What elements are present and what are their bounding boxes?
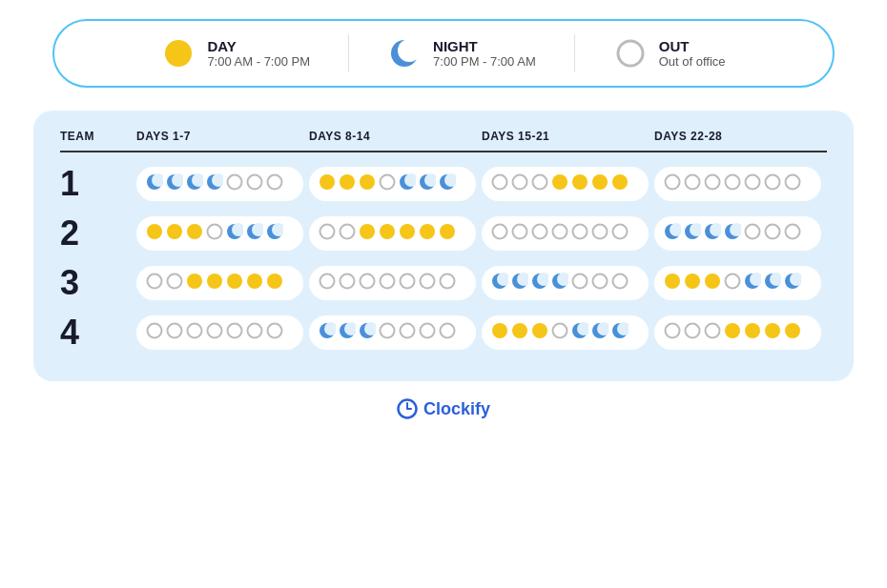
moon-cell-icon xyxy=(531,273,548,290)
legend-night: NIGHT 7:00 PM - 7:00 AM xyxy=(387,36,536,71)
out-cell-icon xyxy=(399,322,416,339)
day-label: DAY xyxy=(207,38,310,54)
svg-point-98 xyxy=(613,274,628,289)
svg-point-51 xyxy=(360,224,375,239)
out-cell-icon xyxy=(664,173,681,191)
day-cell xyxy=(136,216,303,251)
out-cell-icon xyxy=(146,273,163,290)
out-cell-icon xyxy=(166,273,183,290)
sun-cell-icon xyxy=(206,273,223,290)
out-cell-icon xyxy=(571,223,588,240)
moon-cell-icon xyxy=(511,273,528,290)
svg-point-26 xyxy=(513,175,527,190)
svg-point-110 xyxy=(168,324,182,338)
out-sub: Out of office xyxy=(659,54,726,69)
svg-point-59 xyxy=(553,225,567,239)
svg-point-42 xyxy=(208,225,222,239)
out-cell-icon xyxy=(246,173,263,191)
svg-point-58 xyxy=(533,225,547,239)
out-cell-icon xyxy=(531,223,548,240)
day-cell xyxy=(654,216,821,251)
svg-point-32 xyxy=(666,175,680,190)
svg-point-29 xyxy=(572,174,588,190)
sun-cell-icon xyxy=(684,273,701,290)
svg-point-140 xyxy=(745,323,760,338)
team-number: 2 xyxy=(60,213,136,253)
svg-point-52 xyxy=(380,224,395,239)
col-days-22-28: DAYS 22-28 xyxy=(654,130,827,143)
svg-point-115 xyxy=(268,324,282,338)
out-cell-icon xyxy=(379,173,396,191)
out-cell-icon xyxy=(379,322,396,339)
sun-cell-icon xyxy=(246,273,263,290)
legend-out: OUT Out of office xyxy=(613,36,726,71)
sun-cell-icon xyxy=(724,322,741,339)
sun-cell-icon xyxy=(266,273,283,290)
svg-point-56 xyxy=(493,225,507,239)
svg-point-0 xyxy=(165,40,192,67)
out-cell-icon xyxy=(591,223,609,240)
team-number: 1 xyxy=(60,164,136,204)
moon-cell-icon xyxy=(319,322,336,339)
svg-point-12 xyxy=(228,175,242,190)
sun-cell-icon xyxy=(379,223,396,240)
moon-cell-icon xyxy=(744,273,761,290)
sun-cell-icon xyxy=(226,273,243,290)
sun-cell-icon xyxy=(491,322,508,339)
sun-cell-icon xyxy=(591,173,609,191)
sun-cell-icon xyxy=(664,273,681,290)
out-cell-icon xyxy=(439,322,456,339)
table-header: TEAM DAYS 1-7 DAYS 8-14 DAYS 15-21 DAYS … xyxy=(60,130,827,152)
svg-point-126 xyxy=(492,323,507,338)
out-cell-icon xyxy=(684,322,701,339)
svg-point-113 xyxy=(228,324,242,338)
sun-cell-icon xyxy=(551,173,568,191)
out-cell-icon xyxy=(226,173,243,191)
out-cell-icon xyxy=(419,273,436,290)
svg-point-142 xyxy=(785,323,800,338)
svg-point-79 xyxy=(247,274,262,289)
svg-point-61 xyxy=(593,225,608,239)
svg-point-137 xyxy=(686,324,700,338)
out-cell-icon xyxy=(724,173,741,191)
sun-cell-icon xyxy=(186,223,203,240)
day-cell xyxy=(136,315,303,350)
svg-point-81 xyxy=(320,274,335,289)
out-cell-icon xyxy=(186,322,203,339)
out-label: OUT xyxy=(659,38,726,54)
svg-point-72 xyxy=(766,225,780,239)
svg-point-123 xyxy=(401,324,415,338)
out-cell-icon xyxy=(764,173,781,191)
day-cell xyxy=(654,266,821,300)
team-number: 3 xyxy=(60,263,136,303)
day-cell xyxy=(309,216,476,251)
table-body: 1234 xyxy=(60,164,827,353)
out-cell-icon xyxy=(551,223,568,240)
svg-point-99 xyxy=(665,274,680,289)
out-cell-icon xyxy=(704,173,721,191)
moon-cell-icon xyxy=(146,173,163,191)
sun-cell-icon xyxy=(511,322,528,339)
moon-cell-icon xyxy=(266,223,283,240)
out-cell-icon xyxy=(491,173,508,191)
day-cell xyxy=(654,167,821,201)
svg-point-109 xyxy=(148,324,162,338)
moon-cell-icon xyxy=(664,223,681,240)
sun-cell-icon xyxy=(319,173,336,191)
svg-point-77 xyxy=(207,274,222,289)
out-cell-icon xyxy=(419,322,436,339)
svg-point-111 xyxy=(188,324,202,338)
footer: Clockify xyxy=(397,398,490,419)
night-label: NIGHT xyxy=(433,38,536,54)
schedule-table: TEAM DAYS 1-7 DAYS 8-14 DAYS 15-21 DAYS … xyxy=(33,111,854,381)
moon-cell-icon xyxy=(186,173,203,191)
out-cell-icon xyxy=(319,273,336,290)
moon-icon xyxy=(387,36,422,71)
svg-point-129 xyxy=(553,324,567,338)
svg-point-14 xyxy=(268,175,282,190)
moon-cell-icon xyxy=(166,173,183,191)
day-cell xyxy=(482,216,649,251)
moon-cell-icon xyxy=(571,322,588,339)
sun-cell-icon xyxy=(399,223,416,240)
svg-point-31 xyxy=(612,174,628,190)
